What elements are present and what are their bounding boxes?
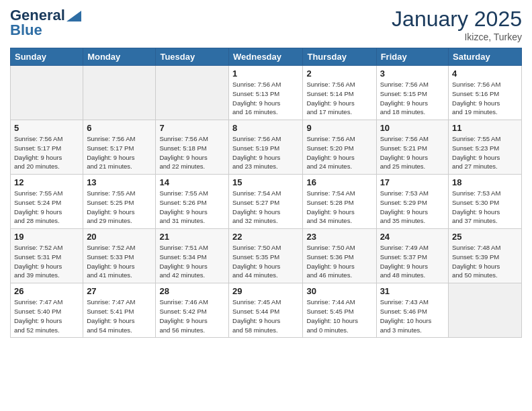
calendar-cell: 2Sunrise: 7:56 AMSunset: 5:14 PMDaylight… <box>303 66 376 120</box>
day-info: Sunrise: 7:55 AMSunset: 5:26 PMDaylight:… <box>159 189 225 226</box>
day-info: Sunrise: 7:56 AMSunset: 5:15 PMDaylight:… <box>380 80 445 117</box>
calendar-header-row: SundayMondayTuesdayWednesdayThursdayFrid… <box>11 48 522 66</box>
calendar-cell <box>156 66 229 120</box>
day-info: Sunrise: 7:49 AMSunset: 5:37 PMDaylight:… <box>380 243 445 280</box>
calendar-cell: 23Sunrise: 7:50 AMSunset: 5:36 PMDayligh… <box>303 229 376 283</box>
day-info: Sunrise: 7:56 AMSunset: 5:19 PMDaylight:… <box>232 134 299 171</box>
day-number: 9 <box>306 123 372 133</box>
calendar-cell: 25Sunrise: 7:48 AMSunset: 5:39 PMDayligh… <box>449 229 522 283</box>
day-info: Sunrise: 7:50 AMSunset: 5:36 PMDaylight:… <box>306 243 372 280</box>
day-info: Sunrise: 7:56 AMSunset: 5:16 PMDaylight:… <box>452 80 518 117</box>
day-number: 2 <box>306 68 372 79</box>
svg-marker-0 <box>66 11 81 21</box>
day-number: 20 <box>87 232 152 242</box>
calendar-week-row: 1Sunrise: 7:56 AMSunset: 5:13 PMDaylight… <box>11 66 522 120</box>
day-number: 18 <box>452 177 518 187</box>
day-info: Sunrise: 7:53 AMSunset: 5:29 PMDaylight:… <box>380 189 445 226</box>
calendar-cell <box>11 66 83 120</box>
logo-icon <box>66 11 81 21</box>
day-info: Sunrise: 7:46 AMSunset: 5:42 PMDaylight:… <box>159 298 225 334</box>
calendar-cell: 5Sunrise: 7:56 AMSunset: 5:17 PMDaylight… <box>11 120 83 175</box>
weekday-header-saturday: Saturday <box>449 48 522 66</box>
calendar-cell: 9Sunrise: 7:56 AMSunset: 5:20 PMDaylight… <box>303 120 376 175</box>
calendar-cell: 8Sunrise: 7:56 AMSunset: 5:19 PMDaylight… <box>229 120 303 175</box>
title-area: January 2025 Ikizce, Turkey <box>392 7 522 42</box>
page-container: General Blue January 2025 Ikizce, Turkey… <box>0 0 532 345</box>
day-number: 29 <box>232 286 299 296</box>
calendar-cell: 10Sunrise: 7:56 AMSunset: 5:21 PMDayligh… <box>376 120 448 175</box>
calendar-cell: 21Sunrise: 7:51 AMSunset: 5:34 PMDayligh… <box>156 229 229 283</box>
day-number: 23 <box>306 232 372 242</box>
calendar-cell: 6Sunrise: 7:56 AMSunset: 5:17 PMDaylight… <box>83 120 156 175</box>
day-number: 13 <box>87 177 152 187</box>
day-number: 22 <box>232 232 299 242</box>
day-info: Sunrise: 7:45 AMSunset: 5:44 PMDaylight:… <box>232 298 299 334</box>
day-number: 12 <box>14 177 79 187</box>
calendar-cell: 3Sunrise: 7:56 AMSunset: 5:15 PMDaylight… <box>376 66 448 120</box>
day-number: 1 <box>232 68 299 79</box>
day-number: 15 <box>232 177 299 187</box>
day-info: Sunrise: 7:54 AMSunset: 5:27 PMDaylight:… <box>232 189 299 226</box>
header: General Blue January 2025 Ikizce, Turkey <box>10 7 522 42</box>
day-number: 24 <box>380 232 445 242</box>
day-info: Sunrise: 7:56 AMSunset: 5:18 PMDaylight:… <box>159 134 225 171</box>
day-number: 8 <box>232 123 299 133</box>
calendar-cell: 27Sunrise: 7:47 AMSunset: 5:41 PMDayligh… <box>83 283 156 338</box>
day-number: 10 <box>380 123 445 133</box>
day-number: 27 <box>87 286 152 296</box>
day-info: Sunrise: 7:54 AMSunset: 5:28 PMDaylight:… <box>306 189 372 226</box>
calendar-table: SundayMondayTuesdayWednesdayThursdayFrid… <box>10 48 522 338</box>
day-info: Sunrise: 7:48 AMSunset: 5:39 PMDaylight:… <box>452 243 518 280</box>
calendar-cell: 15Sunrise: 7:54 AMSunset: 5:27 PMDayligh… <box>229 175 303 229</box>
weekday-header-friday: Friday <box>376 48 448 66</box>
calendar-cell: 29Sunrise: 7:45 AMSunset: 5:44 PMDayligh… <box>229 283 303 338</box>
logo: General Blue <box>10 7 81 39</box>
calendar-cell <box>83 66 156 120</box>
calendar-cell: 16Sunrise: 7:54 AMSunset: 5:28 PMDayligh… <box>303 175 376 229</box>
calendar-cell: 11Sunrise: 7:55 AMSunset: 5:23 PMDayligh… <box>449 120 522 175</box>
day-info: Sunrise: 7:56 AMSunset: 5:17 PMDaylight:… <box>14 134 79 171</box>
calendar-week-row: 26Sunrise: 7:47 AMSunset: 5:40 PMDayligh… <box>11 283 522 338</box>
calendar-cell: 12Sunrise: 7:55 AMSunset: 5:24 PMDayligh… <box>11 175 83 229</box>
day-number: 28 <box>159 286 225 296</box>
day-number: 17 <box>380 177 445 187</box>
day-number: 11 <box>452 123 518 133</box>
calendar-cell: 18Sunrise: 7:53 AMSunset: 5:30 PMDayligh… <box>449 175 522 229</box>
calendar-cell <box>449 283 522 338</box>
day-info: Sunrise: 7:56 AMSunset: 5:20 PMDaylight:… <box>306 134 372 171</box>
calendar-cell: 30Sunrise: 7:44 AMSunset: 5:45 PMDayligh… <box>303 283 376 338</box>
calendar-cell: 24Sunrise: 7:49 AMSunset: 5:37 PMDayligh… <box>376 229 448 283</box>
day-number: 14 <box>159 177 225 187</box>
day-info: Sunrise: 7:56 AMSunset: 5:17 PMDaylight:… <box>87 134 152 171</box>
calendar-cell: 22Sunrise: 7:50 AMSunset: 5:35 PMDayligh… <box>229 229 303 283</box>
weekday-header-monday: Monday <box>83 48 156 66</box>
calendar-week-row: 12Sunrise: 7:55 AMSunset: 5:24 PMDayligh… <box>11 175 522 229</box>
day-info: Sunrise: 7:53 AMSunset: 5:30 PMDaylight:… <box>452 189 518 226</box>
calendar-week-row: 19Sunrise: 7:52 AMSunset: 5:31 PMDayligh… <box>11 229 522 283</box>
day-info: Sunrise: 7:47 AMSunset: 5:40 PMDaylight:… <box>14 298 79 334</box>
day-number: 3 <box>380 68 445 79</box>
weekday-header-thursday: Thursday <box>303 48 376 66</box>
day-info: Sunrise: 7:56 AMSunset: 5:21 PMDaylight:… <box>380 134 445 171</box>
day-info: Sunrise: 7:52 AMSunset: 5:33 PMDaylight:… <box>87 243 152 280</box>
calendar-cell: 14Sunrise: 7:55 AMSunset: 5:26 PMDayligh… <box>156 175 229 229</box>
day-info: Sunrise: 7:52 AMSunset: 5:31 PMDaylight:… <box>14 243 79 280</box>
day-info: Sunrise: 7:55 AMSunset: 5:24 PMDaylight:… <box>14 189 79 226</box>
day-number: 5 <box>14 123 79 133</box>
day-info: Sunrise: 7:44 AMSunset: 5:45 PMDaylight:… <box>306 298 372 334</box>
calendar-week-row: 5Sunrise: 7:56 AMSunset: 5:17 PMDaylight… <box>11 120 522 175</box>
day-info: Sunrise: 7:55 AMSunset: 5:25 PMDaylight:… <box>87 189 152 226</box>
day-info: Sunrise: 7:47 AMSunset: 5:41 PMDaylight:… <box>87 298 152 334</box>
calendar-cell: 19Sunrise: 7:52 AMSunset: 5:31 PMDayligh… <box>11 229 83 283</box>
day-number: 31 <box>380 286 445 296</box>
day-number: 25 <box>452 232 518 242</box>
weekday-header-sunday: Sunday <box>11 48 83 66</box>
day-info: Sunrise: 7:56 AMSunset: 5:14 PMDaylight:… <box>306 80 372 117</box>
calendar-cell: 7Sunrise: 7:56 AMSunset: 5:18 PMDaylight… <box>156 120 229 175</box>
logo-blue: Blue <box>10 21 42 39</box>
day-info: Sunrise: 7:56 AMSunset: 5:13 PMDaylight:… <box>232 80 299 117</box>
day-number: 30 <box>306 286 372 296</box>
day-info: Sunrise: 7:43 AMSunset: 5:46 PMDaylight:… <box>380 298 445 334</box>
day-info: Sunrise: 7:51 AMSunset: 5:34 PMDaylight:… <box>159 243 225 280</box>
day-info: Sunrise: 7:50 AMSunset: 5:35 PMDaylight:… <box>232 243 299 280</box>
